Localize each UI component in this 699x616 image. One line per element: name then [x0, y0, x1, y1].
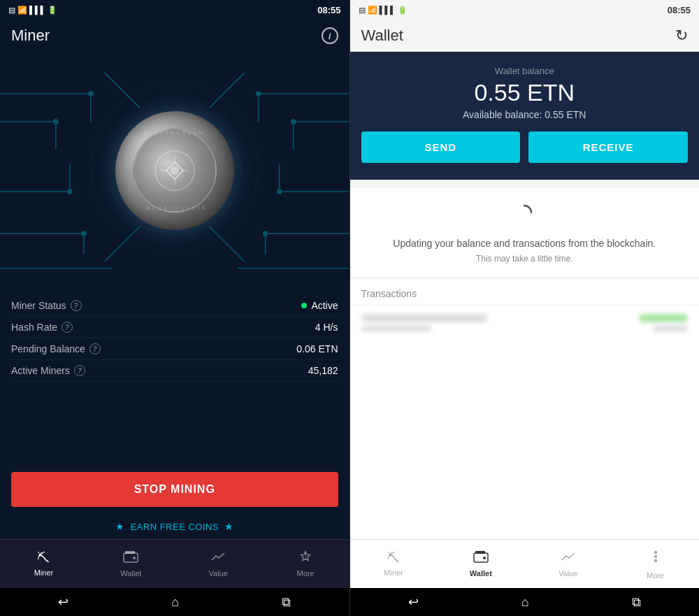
more-nav-label: More	[297, 569, 315, 578]
right-signal-icon: ▌▌▌	[380, 6, 396, 14]
right-android-nav: ↩ ⌂ ⧉	[350, 588, 700, 616]
right-time: 08:55	[668, 5, 691, 15]
active-indicator	[301, 303, 307, 308]
svg-line-21	[210, 227, 245, 262]
tx-right-1	[639, 314, 688, 332]
stop-mining-button[interactable]: STOP MINING	[11, 472, 338, 507]
hash-rate-label: Hash Rate ?	[11, 322, 73, 333]
miner-status-help[interactable]: ?	[71, 300, 82, 311]
left-status-bar: ▤ 📶 ▌▌▌ 🔋 08:55	[0, 0, 350, 20]
left-nav-miner[interactable]: ⛏ Miner	[0, 540, 87, 588]
tx-status-1	[653, 325, 688, 332]
sim-icon: ▤	[8, 6, 15, 15]
miner-status-value: Active	[301, 300, 338, 311]
left-time: 08:55	[317, 5, 340, 15]
svg-rect-35	[125, 551, 135, 554]
right-value-nav-icon	[561, 550, 576, 566]
transaction-item-1[interactable]	[350, 305, 700, 341]
left-nav-value[interactable]: Value	[175, 540, 262, 588]
right-back-button[interactable]: ↩	[408, 594, 419, 610]
miner-nav-icon: ⛏	[37, 551, 50, 566]
back-button[interactable]: ↩	[58, 594, 69, 610]
svg-point-42	[483, 557, 486, 559]
value-nav-label: Value	[209, 569, 228, 578]
right-more-nav-icon	[648, 549, 663, 568]
wallet-nav-label: Wallet	[120, 569, 141, 578]
star-left-icon: ★	[115, 521, 125, 532]
hash-rate-help[interactable]: ?	[62, 322, 73, 333]
right-nav-more[interactable]: More	[612, 540, 699, 588]
wifi-icon: 📶	[17, 6, 27, 15]
pending-balance-help[interactable]: ?	[89, 343, 101, 354]
right-miner-nav-label: Miner	[384, 568, 403, 577]
send-button[interactable]: SEND	[361, 131, 521, 163]
transactions-section: Transactions	[350, 278, 700, 539]
right-more-nav-label: More	[647, 571, 664, 580]
svg-point-44	[654, 555, 656, 557]
pending-balance-value: 0.06 ETN	[296, 343, 338, 354]
right-bottom-nav: ⛏ Miner Wallet Value	[350, 539, 700, 588]
left-nav-wallet[interactable]: Wallet	[87, 540, 175, 588]
hash-rate-value: 4 H/s	[315, 322, 338, 333]
right-nav-miner[interactable]: ⛏ Miner	[350, 540, 438, 588]
right-sim-icon: ▤	[359, 6, 366, 15]
right-recents-button[interactable]: ⧉	[632, 595, 641, 610]
balance-label: Wallet balance	[361, 66, 689, 76]
right-nav-wallet[interactable]: Wallet	[437, 540, 524, 588]
left-bottom-nav: ⛏ Miner Wallet Value	[0, 539, 350, 588]
right-nav-value[interactable]: Value	[524, 540, 612, 588]
recents-button[interactable]: ⧉	[282, 595, 291, 610]
svg-line-19	[210, 73, 245, 108]
pending-balance-row: Pending Balance ? 0.06 ETN	[11, 338, 338, 360]
right-wifi-icon: 📶	[368, 6, 377, 15]
active-miners-value: 45,182	[308, 365, 338, 376]
tx-id-1	[361, 314, 487, 322]
coin-symbol	[133, 129, 217, 213]
coin: electroneum electroneum	[115, 111, 234, 230]
miner-status-label: Miner Status ?	[11, 300, 82, 311]
right-value-nav-label: Value	[559, 569, 577, 578]
updating-section: Updating your balance and transactions f…	[350, 188, 700, 278]
balance-amount: 0.55 ETN	[361, 79, 689, 106]
tx-left-1	[361, 314, 487, 332]
value-nav-icon	[210, 550, 226, 566]
miner-title: Miner	[11, 27, 50, 45]
svg-point-39	[305, 559, 306, 560]
right-miner-nav-icon: ⛏	[387, 551, 400, 566]
right-status-icons: ▤ 📶 ▌▌▌ 🔋	[359, 6, 408, 15]
svg-line-18	[105, 73, 140, 108]
loading-icon	[361, 202, 689, 228]
right-home-button[interactable]: ⌂	[521, 595, 529, 610]
left-android-nav: ↩ ⌂ ⧉	[0, 588, 350, 616]
updating-subtext: This may take a little time.	[361, 254, 689, 264]
home-button[interactable]: ⌂	[171, 595, 179, 610]
active-miners-help[interactable]: ?	[74, 365, 85, 376]
info-icon[interactable]: i	[322, 27, 338, 44]
earn-free-coins[interactable]: ★ EARN FREE COINS ★	[0, 514, 350, 539]
svg-line-20	[105, 227, 140, 262]
svg-rect-34	[124, 553, 138, 562]
svg-point-37	[305, 553, 306, 554]
tx-date-1	[361, 325, 431, 332]
left-header: Miner i	[0, 20, 350, 52]
star-right-icon: ★	[224, 521, 234, 532]
svg-point-43	[654, 551, 656, 553]
balance-buttons: SEND RECEIVE	[361, 131, 689, 163]
pending-balance-label: Pending Balance ?	[11, 343, 101, 354]
left-status-icons: ▤ 📶 ▌▌▌ 🔋	[8, 6, 57, 15]
wallet-balance-section: Wallet balance 0.55 ETN Available balanc…	[350, 52, 700, 180]
left-nav-more[interactable]: More	[262, 540, 350, 588]
refresh-icon[interactable]: ↻	[675, 27, 688, 45]
circuit-background: electroneum electroneum	[0, 52, 350, 289]
right-status-bar: ▤ 📶 ▌▌▌ 🔋 08:55	[350, 0, 700, 20]
updating-text: Updating your balance and transactions f…	[361, 236, 689, 251]
available-balance: Available balance: 0.55 ETN	[361, 109, 689, 120]
wallet-nav-icon	[123, 550, 138, 566]
svg-point-26	[291, 120, 296, 124]
svg-point-36	[133, 557, 136, 559]
receive-button[interactable]: RECEIVE	[528, 131, 688, 163]
svg-point-38	[305, 556, 306, 557]
svg-point-45	[654, 559, 656, 561]
miner-nav-label: Miner	[34, 568, 54, 577]
tx-amount-1	[639, 314, 688, 322]
